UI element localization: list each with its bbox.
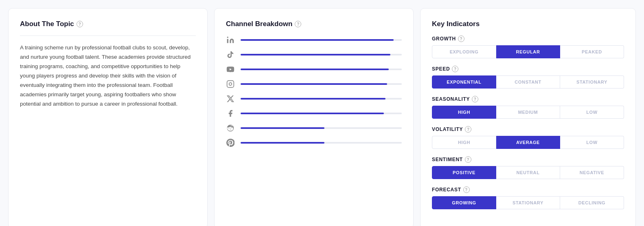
indicator-btn-declining[interactable]: DECLINING bbox=[560, 196, 624, 209]
indicator-label-volatility: VOLATILITY? bbox=[432, 126, 624, 133]
channel-bar-track bbox=[241, 98, 402, 100]
indicator-label-speed: SPEED? bbox=[432, 66, 624, 72]
indicator-label-forecast: FORECAST? bbox=[432, 186, 624, 193]
channel-bar-fill bbox=[241, 98, 386, 100]
volatility-help-icon[interactable]: ? bbox=[465, 126, 471, 133]
x-twitter-icon bbox=[226, 94, 235, 103]
indicator-options-forecast: GROWINGSTATIONARYDECLINING bbox=[432, 196, 624, 209]
indicators-title: Key Indicators bbox=[432, 20, 624, 28]
channel-bar-track bbox=[241, 69, 402, 70]
channel-row bbox=[226, 138, 402, 147]
indicator-btn-high[interactable]: HIGH bbox=[432, 136, 496, 149]
channel-row bbox=[226, 35, 402, 44]
page-layout: About The Topic ? A training scheme run … bbox=[0, 0, 644, 226]
about-text: A training scheme run by professional fo… bbox=[20, 43, 196, 109]
channel-bar-track bbox=[241, 113, 402, 114]
indicator-section-speed: SPEED?EXPONENTIALCONSTANTSTATIONARY bbox=[432, 66, 624, 89]
indicator-label-text: VOLATILITY bbox=[432, 126, 463, 132]
indicator-options-sentiment: POSITIVENEUTRALNEGATIVE bbox=[432, 166, 624, 179]
channel-panel: Channel Breakdown ? bbox=[214, 8, 414, 226]
channel-bar-fill bbox=[241, 39, 394, 41]
forecast-help-icon[interactable]: ? bbox=[463, 186, 470, 193]
indicator-btn-positive[interactable]: POSITIVE bbox=[432, 166, 496, 179]
channel-bar-fill bbox=[241, 69, 389, 70]
channel-list bbox=[226, 35, 402, 147]
youtube-icon bbox=[226, 65, 235, 74]
channel-title-text: Channel Breakdown bbox=[226, 20, 292, 28]
indicator-btn-high[interactable]: HIGH bbox=[432, 106, 496, 119]
indicator-btn-stationary[interactable]: STATIONARY bbox=[496, 196, 560, 209]
indicator-section-growth: GROWTH?EXPLODINGREGULARPEAKED bbox=[432, 35, 624, 58]
facebook-icon bbox=[226, 109, 235, 118]
indicator-btn-exponential[interactable]: EXPONENTIAL bbox=[432, 75, 496, 89]
growth-help-icon[interactable]: ? bbox=[458, 35, 464, 42]
indicator-section-sentiment: SENTIMENT?POSITIVENEUTRALNEGATIVE bbox=[432, 156, 624, 179]
indicator-btn-average[interactable]: AVERAGE bbox=[496, 136, 560, 149]
channel-row bbox=[226, 50, 402, 59]
linkedin-icon bbox=[226, 35, 235, 44]
indicators-container: GROWTH?EXPLODINGREGULARPEAKEDSPEED?EXPON… bbox=[432, 35, 624, 209]
channel-row bbox=[226, 109, 402, 118]
indicator-section-forecast: FORECAST?GROWINGSTATIONARYDECLINING bbox=[432, 186, 624, 209]
indicators-title-text: Key Indicators bbox=[432, 20, 480, 28]
channel-row bbox=[226, 124, 402, 133]
channel-bar-fill bbox=[241, 54, 390, 55]
indicator-options-speed: EXPONENTIALCONSTANTSTATIONARY bbox=[432, 75, 624, 89]
channel-bar-track bbox=[241, 39, 402, 41]
indicator-btn-low[interactable]: LOW bbox=[560, 136, 624, 149]
channel-bar-track bbox=[241, 83, 402, 85]
channel-help-icon[interactable]: ? bbox=[295, 21, 301, 27]
indicator-btn-constant[interactable]: CONSTANT bbox=[496, 75, 560, 89]
indicator-label-text: SPEED bbox=[432, 66, 450, 72]
about-help-icon[interactable]: ? bbox=[77, 21, 83, 27]
instagram-icon bbox=[226, 80, 235, 89]
channel-row bbox=[226, 94, 402, 103]
channel-bar-track bbox=[241, 142, 402, 144]
channel-row bbox=[226, 65, 402, 74]
about-divider bbox=[20, 35, 196, 36]
indicator-label-seasonality: SEASONALITY? bbox=[432, 96, 624, 102]
indicator-section-seasonality: SEASONALITY?HIGHMEDIUMLOW bbox=[432, 96, 624, 119]
channel-bar-fill bbox=[241, 142, 324, 144]
indicators-panel: Key Indicators GROWTH?EXPLODINGREGULARPE… bbox=[420, 8, 636, 226]
about-panel: About The Topic ? A training scheme run … bbox=[8, 8, 208, 226]
indicator-label-text: SENTIMENT bbox=[432, 157, 463, 162]
indicator-btn-exploding[interactable]: EXPLODING bbox=[432, 45, 496, 58]
pinterest-icon bbox=[226, 138, 235, 147]
indicator-section-volatility: VOLATILITY?HIGHAVERAGELOW bbox=[432, 126, 624, 149]
indicator-btn-neutral[interactable]: NEUTRAL bbox=[496, 166, 560, 179]
about-title: About The Topic ? bbox=[20, 20, 196, 28]
reddit-icon bbox=[226, 124, 235, 133]
indicator-options-growth: EXPLODINGREGULARPEAKED bbox=[432, 45, 624, 58]
indicator-btn-negative[interactable]: NEGATIVE bbox=[560, 166, 624, 179]
indicator-label-text: FORECAST bbox=[432, 187, 461, 193]
indicator-label-growth: GROWTH? bbox=[432, 35, 624, 42]
channel-bar-track bbox=[241, 54, 402, 55]
channel-row bbox=[226, 80, 402, 89]
sentiment-help-icon[interactable]: ? bbox=[465, 156, 471, 163]
svg-rect-1 bbox=[227, 81, 234, 88]
indicator-btn-growing[interactable]: GROWING bbox=[432, 196, 496, 209]
about-title-text: About The Topic bbox=[20, 20, 74, 28]
indicator-label-text: SEASONALITY bbox=[432, 96, 470, 102]
channel-bar-track bbox=[241, 127, 402, 129]
svg-point-0 bbox=[227, 37, 228, 38]
indicator-options-seasonality: HIGHMEDIUMLOW bbox=[432, 106, 624, 119]
indicator-label-text: GROWTH bbox=[432, 36, 456, 42]
channel-title: Channel Breakdown ? bbox=[226, 20, 402, 28]
indicator-btn-peaked[interactable]: PEAKED bbox=[560, 45, 624, 58]
indicator-options-volatility: HIGHAVERAGELOW bbox=[432, 136, 624, 149]
indicator-label-sentiment: SENTIMENT? bbox=[432, 156, 624, 163]
indicator-btn-medium[interactable]: MEDIUM bbox=[496, 106, 560, 119]
speed-help-icon[interactable]: ? bbox=[452, 66, 458, 72]
channel-bar-fill bbox=[241, 127, 324, 129]
indicator-btn-regular[interactable]: REGULAR bbox=[496, 45, 560, 58]
indicator-btn-stationary[interactable]: STATIONARY bbox=[560, 75, 624, 89]
channel-bar-fill bbox=[241, 113, 384, 114]
seasonality-help-icon[interactable]: ? bbox=[472, 96, 478, 102]
indicator-btn-low[interactable]: LOW bbox=[560, 106, 624, 119]
tiktok-icon bbox=[226, 50, 235, 59]
channel-bar-fill bbox=[241, 83, 387, 85]
